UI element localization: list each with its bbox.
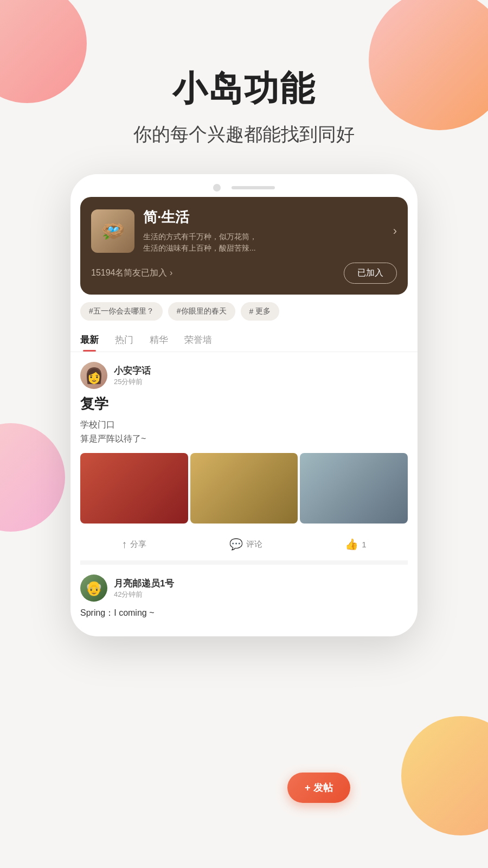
post-1-time: 25分钟前: [114, 377, 151, 387]
share-icon: ↑: [121, 538, 127, 551]
post-2-author-name: 月亮邮递员1号: [114, 577, 174, 590]
tab-hot[interactable]: 热门: [115, 334, 133, 352]
post-1-avatar: 👩: [80, 362, 107, 389]
island-name: 简·生活: [143, 208, 393, 227]
tag-1[interactable]: #五一你会去哪里？: [80, 302, 163, 321]
post-1-content: 学校门口 算是严阵以待了~: [80, 418, 408, 445]
phone-mockup: 🪺 简·生活 生活的方式有千万种，似万花筒， 生活的滋味有上百种，酸甜苦辣...…: [0, 174, 488, 636]
phone-top-bar: [70, 174, 418, 197]
phone-body: 🪺 简·生活 生活的方式有千万种，似万花筒， 生活的滋味有上百种，酸甜苦辣...…: [70, 174, 418, 636]
post-1-title: 复学: [80, 394, 408, 413]
share-button[interactable]: ↑ 分享: [121, 538, 146, 551]
post-1-image-1[interactable]: [80, 453, 188, 524]
post-2: 👴 月亮邮递员1号 42分钟前 Spring：I coming ~: [70, 565, 418, 620]
page-title: 小岛功能: [0, 65, 488, 112]
island-card: 🪺 简·生活 生活的方式有千万种，似万花筒， 生活的滋味有上百种，酸甜苦辣...…: [80, 197, 408, 295]
tab-bar: 最新 热门 精华 荣誉墙: [70, 326, 418, 352]
island-info: 简·生活 生活的方式有千万种，似万花筒， 生活的滋味有上百种，酸甜苦辣...: [143, 208, 393, 254]
tab-honor[interactable]: 荣誉墙: [184, 334, 212, 352]
island-footer: 15194名简友已加入 › 已加入: [91, 263, 397, 284]
post-1-image-3[interactable]: [300, 453, 408, 524]
page-subtitle: 你的每个兴趣都能找到同好: [0, 122, 488, 147]
page-header: 小岛功能 你的每个兴趣都能找到同好: [0, 0, 488, 174]
tag-more[interactable]: # 更多: [241, 302, 280, 321]
tab-latest[interactable]: 最新: [80, 334, 99, 352]
phone-camera: [213, 184, 221, 192]
tag-2[interactable]: #你眼里的春天: [168, 302, 235, 321]
post-1-author-row: 👩 小安字话 25分钟前: [80, 362, 408, 389]
post-2-author-info: 月亮邮递员1号 42分钟前: [114, 577, 174, 599]
comment-icon: 💬: [229, 538, 243, 551]
post-2-avatar: 👴: [80, 575, 107, 602]
post-1-image-2[interactable]: [190, 453, 298, 524]
phone-speaker: [232, 186, 275, 189]
post-1-author-info: 小安字话 25分钟前: [114, 365, 151, 387]
post-2-author-row: 👴 月亮邮递员1号 42分钟前: [80, 575, 408, 602]
like-button[interactable]: 👍 1: [345, 538, 366, 551]
post-1-image-grid: [80, 453, 408, 524]
post-1-action-bar: ↑ 分享 💬 评论 👍 1: [80, 532, 408, 565]
island-member-count[interactable]: 15194名简友已加入 ›: [91, 267, 172, 279]
decoration-blob-bottom-right: [401, 716, 488, 835]
post-1-author-name: 小安字话: [114, 365, 151, 377]
island-avatar: 🪺: [91, 209, 134, 253]
island-arrow-icon: ›: [393, 224, 397, 238]
island-desc: 生活的方式有千万种，似万花筒， 生活的滋味有上百种，酸甜苦辣...: [143, 231, 393, 254]
tab-featured[interactable]: 精华: [150, 334, 168, 352]
post-2-content: Spring：I coming ~: [80, 606, 408, 620]
island-tags-row: #五一你会去哪里？ #你眼里的春天 # 更多: [70, 295, 418, 321]
island-join-button[interactable]: 已加入: [344, 263, 397, 284]
like-icon: 👍: [345, 538, 358, 551]
comment-button[interactable]: 💬 评论: [229, 538, 262, 551]
post-1: 👩 小安字话 25分钟前 复学 学校门口 算是严阵以待了~: [70, 352, 418, 565]
post-2-time: 42分钟前: [114, 590, 174, 599]
fab-post-button[interactable]: + 发帖: [287, 773, 350, 803]
island-header: 🪺 简·生活 生活的方式有千万种，似万花筒， 生活的滋味有上百种，酸甜苦辣...…: [91, 208, 397, 254]
